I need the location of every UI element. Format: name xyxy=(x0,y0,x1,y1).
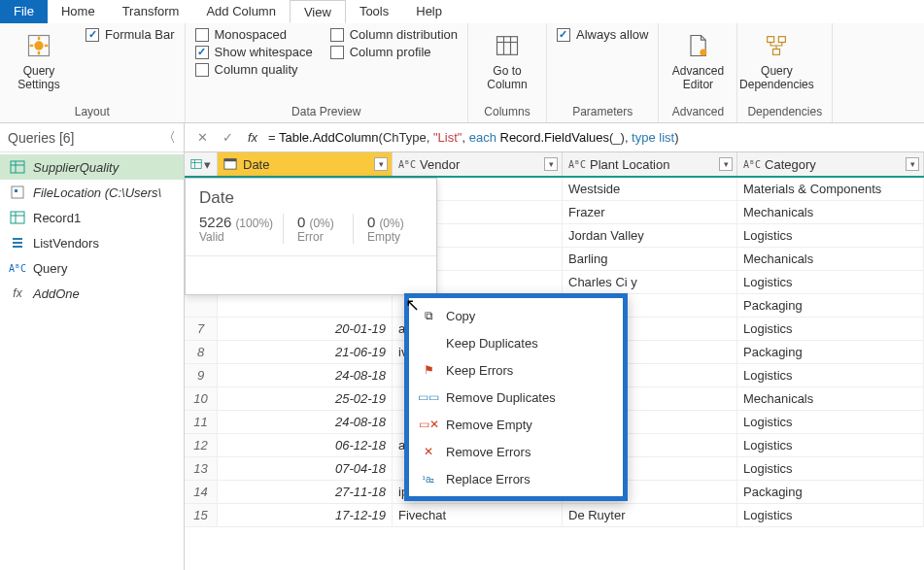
tab-home[interactable]: Home xyxy=(48,0,109,23)
cell-date xyxy=(218,294,393,317)
type-icon-abc2: AᴮC xyxy=(568,159,586,170)
tab-help[interactable]: Help xyxy=(402,0,456,23)
ctx-keep-errors[interactable]: ⚑Keep Errors xyxy=(409,356,623,384)
table-row[interactable]: 1517-12-19FivechatDe RuyterLogistics xyxy=(185,504,924,527)
ctx-remove-errors[interactable]: ✕Remove Errors xyxy=(409,438,623,465)
cell-category: Logistics xyxy=(737,318,924,340)
ctx-replace-errors[interactable]: ¹a₂Replace Errors xyxy=(409,465,623,492)
main-area: ✕ ✓ fx = Table.AddColumn(ChType, "List",… xyxy=(185,123,924,570)
type-icon-abc: AᴮC xyxy=(398,159,416,170)
cell-plant: Westside xyxy=(563,178,737,200)
cell-category: Logistics xyxy=(737,504,924,526)
ribbon-group-columns: Go to Column Columns xyxy=(468,23,547,122)
query-settings-button[interactable]: Query Settings xyxy=(10,27,68,91)
tk-a2: "List" xyxy=(433,130,462,145)
column-header-category[interactable]: AᴮC Category ▾ xyxy=(737,152,924,176)
svg-rect-29 xyxy=(224,158,236,161)
cell-rownum: 8 xyxy=(185,341,218,363)
tab-file[interactable]: File xyxy=(0,0,48,23)
ribbon-group-advanced: Advanced Editor Advanced xyxy=(659,23,737,122)
goto-column-button[interactable]: Go to Column xyxy=(478,27,536,91)
checkbox-column-quality[interactable]: Column quality xyxy=(195,62,313,77)
cell-category: Logistics xyxy=(737,364,924,386)
svg-rect-25 xyxy=(191,160,202,169)
checkbox-column-profile-label: Column profile xyxy=(350,45,431,59)
query-item-5[interactable]: fxAddOne xyxy=(0,281,184,306)
tk-type: type list xyxy=(632,130,674,145)
checkbox-column-distribution[interactable]: Column distribution xyxy=(330,27,458,42)
svg-rect-19 xyxy=(11,212,24,223)
column-filter-vendor[interactable]: ▾ xyxy=(544,157,558,171)
checkbox-show-whitespace[interactable]: Show whitespace xyxy=(195,45,313,59)
query-dependencies-button[interactable]: Query Dependencies xyxy=(747,27,805,91)
checkbox-formula-bar-label: Formula Bar xyxy=(105,27,175,42)
column-header-row-number[interactable]: ▾ xyxy=(185,152,218,176)
checkbox-column-profile[interactable]: Column profile xyxy=(330,45,458,59)
column-header-date[interactable]: Date ▾ xyxy=(218,152,393,176)
tab-view[interactable]: View xyxy=(290,0,346,23)
query-item-2[interactable]: Record1 xyxy=(0,205,184,230)
fx-icon: fx xyxy=(10,285,25,301)
cell-category: Packaging xyxy=(737,294,924,317)
checkbox-always-allow[interactable]: Always allow xyxy=(557,27,648,42)
cell-category: Mechanicals xyxy=(737,387,924,410)
column-header-plant[interactable]: AᴮC Plant Location ▾ xyxy=(563,152,737,176)
context-menu: ⧉Copy Keep Duplicates ⚑Keep Errors ▭▭Rem… xyxy=(409,298,623,496)
formula-text[interactable]: = Table.AddColumn(ChType, "List", each R… xyxy=(268,130,679,145)
remove-duplicates-icon: ▭▭ xyxy=(421,389,436,405)
dependencies-icon xyxy=(760,29,793,62)
tk-fn1: Table.AddColumn xyxy=(279,130,379,145)
checkbox-monospaced[interactable]: Monospaced xyxy=(195,27,313,42)
collapse-icon[interactable]: 〈 xyxy=(162,129,176,147)
cell-category: Logistics xyxy=(737,457,924,480)
tk-c2: , xyxy=(462,130,468,145)
keep-duplicates-icon xyxy=(421,335,436,351)
cell-category: Packaging xyxy=(737,481,924,503)
ctx-remove-empty-label: Remove Empty xyxy=(446,418,532,432)
column-summary-popover: Date 5226(100%) Valid 0(0%) Error 0(0%) … xyxy=(185,178,437,295)
checkbox-formula-bar[interactable]: Formula Bar xyxy=(86,27,175,42)
context-menu-highlight: ↖ ⧉Copy Keep Duplicates ⚑Keep Errors ▭▭R… xyxy=(404,293,628,501)
query-item-4[interactable]: AᴮCQuery xyxy=(0,255,184,281)
query-item-label: SupplierQuality xyxy=(33,160,119,175)
query-item-label: AddOne xyxy=(33,286,80,301)
query-item-3[interactable]: ListVendors xyxy=(0,230,184,255)
ctx-remove-duplicates[interactable]: ▭▭Remove Duplicates xyxy=(409,384,623,411)
checkbox-column-distribution-label: Column distribution xyxy=(350,27,458,42)
tab-add-column[interactable]: Add Column xyxy=(192,0,290,23)
cell-rownum: 11 xyxy=(185,411,218,433)
formula-prefix: = xyxy=(268,130,279,145)
tab-tools[interactable]: Tools xyxy=(346,0,402,23)
formula-cancel-button[interactable]: ✕ xyxy=(192,130,212,145)
svg-rect-13 xyxy=(773,50,780,55)
column-header-category-label: Category xyxy=(765,157,816,172)
ribbon-group-data-preview: Monospaced Show whitespace Column qualit… xyxy=(186,23,468,122)
cell-category: Logistics xyxy=(737,224,924,247)
cell-rownum: 12 xyxy=(185,434,218,456)
query-item-0[interactable]: SupplierQuality xyxy=(0,154,184,180)
popover-empty: 0(0%) Empty xyxy=(353,214,423,244)
cell-date: 07-04-18 xyxy=(218,457,393,480)
type-icon-abc3: AᴮC xyxy=(743,159,761,170)
fx-icon[interactable]: fx xyxy=(243,130,262,145)
svg-point-1 xyxy=(34,41,43,50)
column-filter-category[interactable]: ▾ xyxy=(906,157,919,171)
column-filter-plant[interactable]: ▾ xyxy=(719,157,733,171)
ctx-keep-duplicates[interactable]: Keep Duplicates xyxy=(409,329,623,356)
ctx-remove-empty[interactable]: ▭✕Remove Empty xyxy=(409,411,623,438)
queries-pane-header[interactable]: Queries [6] 〈 xyxy=(0,123,184,152)
ctx-replace-errors-label: Replace Errors xyxy=(446,472,530,486)
tab-transform[interactable]: Transform xyxy=(109,0,193,23)
query-item-1[interactable]: FileLocation (C:\Users\ xyxy=(0,180,184,205)
ctx-copy[interactable]: ⧉Copy xyxy=(409,302,623,329)
svg-rect-6 xyxy=(496,37,517,55)
popover-empty-label: Empty xyxy=(367,230,413,244)
column-filter-date[interactable]: ▾ xyxy=(374,157,388,171)
queries-list: SupplierQualityFileLocation (C:\Users\Re… xyxy=(0,152,184,308)
tk-a1: ChType xyxy=(383,130,427,145)
formula-accept-button[interactable]: ✓ xyxy=(218,130,237,145)
column-header-vendor[interactable]: AᴮC Vendor ▾ xyxy=(393,152,563,176)
copy-icon: ⧉ xyxy=(421,308,436,323)
advanced-editor-button[interactable]: Advanced Editor xyxy=(668,27,727,91)
query-item-label: FileLocation (C:\Users\ xyxy=(33,185,161,200)
